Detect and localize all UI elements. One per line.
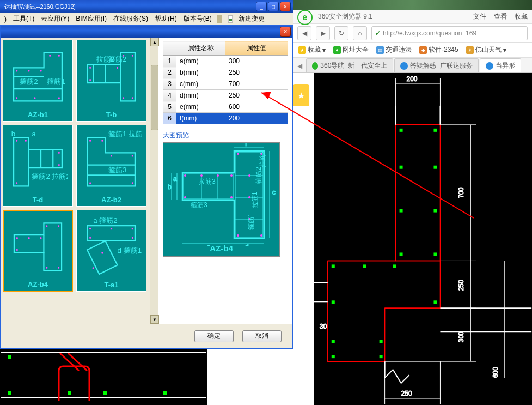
- svg-point-52: [40, 237, 41, 239]
- close-button[interactable]: ×: [280, 2, 291, 11]
- svg-line-145: [401, 375, 409, 383]
- svg-text:箍筋2: 箍筋2: [255, 167, 262, 184]
- bookmark-item[interactable]: ☀佛山天气 ▾: [466, 45, 506, 55]
- svg-point-91: [184, 196, 186, 198]
- cancel-button[interactable]: 取消: [242, 330, 282, 342]
- home-button[interactable]: ⌂: [353, 26, 367, 40]
- thumb-az-b1[interactable]: 箍筋2箍筋1 AZ-b1: [3, 40, 73, 122]
- tab[interactable]: 答疑解惑_广联达服务: [394, 58, 479, 72]
- menu-tools[interactable]: 工具(T): [11, 13, 36, 25]
- menu-fav[interactable]: 收藏: [515, 12, 528, 21]
- ok-button[interactable]: 确定: [194, 330, 234, 342]
- svg-rect-158: [393, 264, 396, 268]
- dialog-footer: 确定 取消: [1, 324, 292, 348]
- address-bar[interactable]: ✓ http://e.fwxgx.com/question_169: [371, 26, 528, 40]
- thumbnail-scrollbar[interactable]: ▲ ▼: [150, 38, 158, 324]
- table-row[interactable]: 3c(mm)700: [163, 78, 288, 90]
- url-text: http://e.fwxgx.com/question_169: [383, 29, 476, 37]
- svg-point-19: [89, 79, 91, 81]
- menu-online[interactable]: 在线服务(S): [111, 13, 150, 25]
- window-title: 达抽筋\测试--2160.GGJ12]: [2, 3, 256, 11]
- menu-file[interactable]: 文件: [473, 12, 486, 21]
- svg-rect-150: [400, 166, 403, 169]
- svg-text:拉筋1: 拉筋1: [251, 191, 259, 208]
- bookmark-item[interactable]: ◆软件-2345: [419, 45, 458, 55]
- svg-point-97: [248, 174, 250, 177]
- bookmark-item[interactable]: ●网址大全: [333, 45, 369, 55]
- svg-point-32: [25, 140, 27, 141]
- menu-item[interactable]: ): [2, 14, 9, 24]
- tab[interactable]: 360导航_新一代安全上: [306, 58, 393, 72]
- bookmark-item[interactable]: ▤交通违法: [376, 45, 412, 55]
- svg-point-33: [16, 182, 17, 184]
- svg-point-62: [89, 237, 91, 239]
- new-change-button[interactable]: 新建变更: [225, 12, 269, 26]
- menu-help[interactable]: 帮助(H): [152, 13, 179, 25]
- svg-rect-111: [163, 391, 167, 395]
- table-row[interactable]: 2b(mm)250: [163, 67, 288, 78]
- svg-text:拉筋2: 拉筋2: [259, 150, 266, 167]
- thumb-t-a1[interactable]: a 箍筋2d 箍筋1 T-a1: [76, 210, 146, 292]
- tab-active[interactable]: 当异形: [480, 58, 521, 72]
- table-row[interactable]: 1a(mm)300: [163, 56, 288, 67]
- cad-bottom-view: [0, 349, 207, 405]
- svg-point-44: [132, 155, 133, 156]
- cad-drawing-view[interactable]: 200 700 250 300 600 30: [314, 73, 532, 405]
- thumb-t-d[interactable]: ba箍筋2 拉筋2 T-d: [3, 125, 73, 207]
- back-button[interactable]: ◀: [297, 26, 311, 40]
- table-row[interactable]: 4d(mm)250: [163, 90, 288, 101]
- svg-point-6: [40, 70, 41, 71]
- menu-bim[interactable]: BIM应用(I): [74, 13, 109, 25]
- svg-rect-163: [332, 355, 335, 358]
- globe-icon: ●: [333, 46, 341, 54]
- svg-line-114: [68, 353, 87, 371]
- svg-point-24: [132, 97, 133, 99]
- svg-point-45: [89, 182, 91, 184]
- svg-text:箍筋1: 箍筋1: [247, 213, 255, 230]
- svg-point-7: [49, 55, 51, 56]
- scroll-down-button[interactable]: ▼: [150, 315, 159, 324]
- menu-view[interactable]: 查看: [494, 12, 507, 21]
- menu-version[interactable]: 版本号(B): [181, 13, 214, 25]
- forward-button[interactable]: ▶: [316, 26, 330, 40]
- svg-rect-108: [8, 391, 11, 395]
- tab-bar: ◀ 360导航_新一代安全上 答疑解惑_广联达服务 当异形: [293, 58, 532, 73]
- dialog-titlebar[interactable]: ×: [1, 26, 292, 38]
- svg-text:d 箍筋1: d 箍筋1: [118, 246, 142, 255]
- header-index: [163, 41, 176, 56]
- svg-rect-107: [1, 397, 206, 398]
- svg-point-64: [101, 252, 103, 253]
- thumb-az-b4[interactable]: AZ-b4: [3, 210, 73, 292]
- minimize-button[interactable]: _: [256, 2, 267, 11]
- thumb-t-b[interactable]: 拉筋2箍筋2 T-b: [76, 40, 146, 122]
- svg-text:箍筋1: 箍筋1: [47, 77, 65, 86]
- svg-line-113: [60, 353, 79, 371]
- svg-point-51: [28, 237, 30, 239]
- maximize-button[interactable]: □: [268, 2, 279, 11]
- svg-point-22: [132, 55, 133, 56]
- svg-rect-157: [363, 264, 366, 268]
- tab-scroll-left[interactable]: ◀: [294, 59, 305, 72]
- svg-point-92: [230, 196, 233, 198]
- table-row[interactable]: 5e(mm)600: [163, 101, 288, 113]
- svg-rect-153: [433, 209, 437, 213]
- svg-rect-151: [433, 166, 437, 169]
- sidebar-favorites-tab[interactable]: ★: [293, 84, 309, 106]
- scroll-up-button[interactable]: ▲: [150, 38, 159, 46]
- thumb-az-b2[interactable]: 箍筋1 拉筋1 箍筋2 拉筋2箍筋3 AZ-b2: [76, 125, 146, 207]
- app-window: 达抽筋\测试--2160.GGJ12] _ □ × ) 工具(T) 云应用(Y)…: [0, 0, 293, 349]
- svg-point-89: [217, 174, 219, 177]
- svg-line-143: [385, 370, 393, 378]
- reload-button[interactable]: ↻: [334, 26, 348, 40]
- svg-rect-149: [433, 129, 437, 132]
- menu-cloud[interactable]: 云应用(Y): [39, 13, 71, 25]
- svg-text:300: 300: [457, 331, 465, 342]
- titlebar[interactable]: 达抽筋\测试--2160.GGJ12] _ □ ×: [0, 0, 293, 13]
- scrollbar-thumb[interactable]: [151, 65, 158, 130]
- property-panel: 属性名称 属性值 1a(mm)300 2b(mm)250 3c(mm)700 4…: [158, 38, 292, 324]
- tab-favicon-icon: [312, 62, 318, 70]
- dialog-close-button[interactable]: ×: [280, 27, 291, 37]
- svg-text:箍筋2: 箍筋2: [108, 55, 126, 63]
- table-row-selected[interactable]: 6f(mm)200: [163, 113, 288, 124]
- favorites-button[interactable]: ★ 收藏 ▾: [298, 45, 326, 55]
